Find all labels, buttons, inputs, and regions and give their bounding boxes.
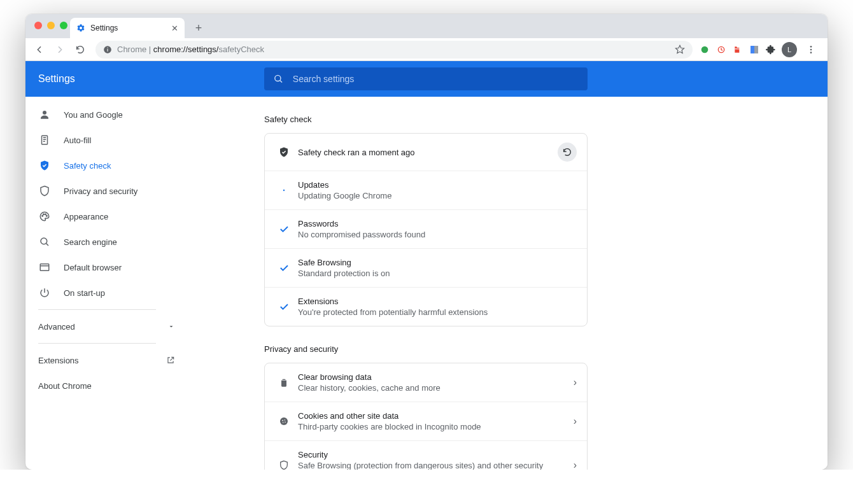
svg-point-12 xyxy=(43,111,46,115)
extension-icon[interactable] xyxy=(716,44,727,55)
safety-row-extensions[interactable]: Extensions You're protected from potenti… xyxy=(265,287,587,326)
svg-point-23 xyxy=(285,419,286,421)
svg-rect-1 xyxy=(107,48,108,51)
svg-rect-19 xyxy=(40,264,49,271)
bookmark-icon[interactable] xyxy=(675,45,685,55)
privacy-row-security[interactable]: Security Safe Browsing (protection from … xyxy=(265,440,587,470)
row-subtitle: Standard protection is on xyxy=(298,269,390,278)
privacy-card: Clear browsing data Clear history, cooki… xyxy=(264,363,588,470)
svg-point-22 xyxy=(282,420,283,421)
shield-icon xyxy=(275,460,293,470)
sidebar-item-appearance[interactable]: Appearance xyxy=(25,204,188,229)
svg-point-8 xyxy=(810,46,812,48)
svg-point-10 xyxy=(810,52,812,53)
row-subtitle: No compromised passwords found xyxy=(298,230,425,239)
close-window-button[interactable] xyxy=(34,22,42,29)
sidebar-item-label: Privacy and security xyxy=(64,186,137,196)
svg-point-21 xyxy=(280,417,288,425)
extension-icon[interactable] xyxy=(732,44,744,55)
close-tab-button[interactable]: ✕ xyxy=(171,24,178,33)
sidebar-item-safety-check[interactable]: Safety check xyxy=(25,153,188,178)
browser-tab[interactable]: Settings ✕ xyxy=(70,18,185,38)
row-title: Passwords xyxy=(298,219,425,228)
trash-icon xyxy=(275,377,293,388)
refresh-icon xyxy=(562,147,572,157)
sidebar-item-default-browser[interactable]: Default browser xyxy=(25,255,188,280)
sidebar-item-label: On start-up xyxy=(64,288,105,298)
autofill-icon xyxy=(38,134,51,146)
window-controls xyxy=(34,22,67,29)
safety-row-passwords[interactable]: Passwords No compromised passwords found xyxy=(265,209,587,248)
sidebar-separator xyxy=(38,309,156,310)
chevron-right-icon: › xyxy=(574,377,577,388)
browser-toolbar: Chrome | chrome://settings/safetyCheck L xyxy=(25,38,828,61)
sidebar-item-on-startup[interactable]: On start-up xyxy=(25,280,188,305)
sidebar-advanced[interactable]: Advanced xyxy=(25,314,188,339)
settings-main: Safety check Safety check ran a moment a… xyxy=(188,97,828,470)
extension-icon[interactable] xyxy=(749,44,760,55)
privacy-row-clear-data[interactable]: Clear browsing data Clear history, cooki… xyxy=(265,363,587,402)
settings-sidebar: You and Google Auto-fill Safety check Pr… xyxy=(25,97,188,470)
svg-point-24 xyxy=(283,422,284,423)
extension-icon[interactable] xyxy=(699,44,710,55)
browser-icon xyxy=(38,262,51,273)
sidebar-separator xyxy=(38,343,156,344)
chevron-down-icon xyxy=(167,323,175,330)
row-title: Updates xyxy=(298,180,391,190)
svg-rect-6 xyxy=(751,46,754,53)
sidebar-item-search-engine[interactable]: Search engine xyxy=(25,229,188,255)
site-info-icon xyxy=(103,45,112,54)
check-icon xyxy=(275,262,293,274)
chevron-right-icon: › xyxy=(574,416,577,427)
back-button[interactable] xyxy=(31,41,48,59)
privacy-row-cookies[interactable]: Cookies and other site data Third-party … xyxy=(265,402,587,440)
minimize-window-button[interactable] xyxy=(47,22,55,29)
chrome-menu-button[interactable] xyxy=(802,41,820,59)
sidebar-item-label: You and Google xyxy=(64,110,123,120)
safety-row-safe-browsing[interactable]: Safe Browsing Standard protection is on xyxy=(265,248,587,287)
row-title: Clear browsing data xyxy=(298,372,441,382)
sidebar-item-privacy[interactable]: Privacy and security xyxy=(25,178,188,204)
extensions-menu-icon[interactable] xyxy=(765,44,777,55)
shield-icon xyxy=(275,146,293,158)
settings-search[interactable] xyxy=(264,67,588,90)
search-input[interactable] xyxy=(293,74,579,84)
row-subtitle: You're protected from potentially harmfu… xyxy=(298,307,488,317)
row-subtitle: Safe Browsing (protection from dangerous… xyxy=(298,461,574,470)
toolbar-extensions: L xyxy=(699,41,822,59)
safety-row-updates[interactable]: Updates Updating Google Chrome xyxy=(265,171,587,209)
shield-icon xyxy=(38,185,51,197)
forward-button[interactable] xyxy=(51,41,69,59)
safety-check-status: Safety check ran a moment ago xyxy=(298,148,415,157)
rerun-safety-check-button[interactable] xyxy=(558,143,577,162)
maximize-window-button[interactable] xyxy=(60,22,67,29)
row-subtitle: Clear history, cookies, cache and more xyxy=(298,383,441,393)
svg-point-16 xyxy=(45,214,46,215)
row-title: Security xyxy=(298,450,574,459)
svg-point-20 xyxy=(283,190,285,191)
external-link-icon xyxy=(166,356,175,365)
svg-point-15 xyxy=(43,214,45,215)
svg-point-25 xyxy=(285,422,286,423)
profile-avatar[interactable]: L xyxy=(782,42,797,57)
svg-point-17 xyxy=(46,216,48,217)
sidebar-item-autofill[interactable]: Auto-fill xyxy=(25,127,188,153)
search-icon xyxy=(38,236,51,248)
sidebar-item-you-and-google[interactable]: You and Google xyxy=(25,102,188,127)
sidebar-about-chrome[interactable]: About Chrome xyxy=(25,373,188,398)
sidebar-extensions-link[interactable]: Extensions xyxy=(25,347,188,373)
row-title: Extensions xyxy=(298,297,488,306)
address-bar[interactable]: Chrome | chrome://settings/safetyCheck xyxy=(95,41,693,59)
sidebar-item-label: Default browser xyxy=(64,263,122,272)
safety-check-card: Safety check ran a moment ago Updates Up… xyxy=(264,133,588,326)
section-title-privacy: Privacy and security xyxy=(264,344,828,354)
new-tab-button[interactable]: + xyxy=(190,19,208,37)
svg-point-9 xyxy=(810,48,812,50)
settings-title: Settings xyxy=(25,73,236,85)
loading-icon xyxy=(275,188,293,192)
svg-rect-7 xyxy=(754,46,758,53)
power-icon xyxy=(38,287,51,298)
svg-point-14 xyxy=(42,216,43,217)
reload-button[interactable] xyxy=(71,41,89,59)
svg-point-3 xyxy=(701,46,708,53)
